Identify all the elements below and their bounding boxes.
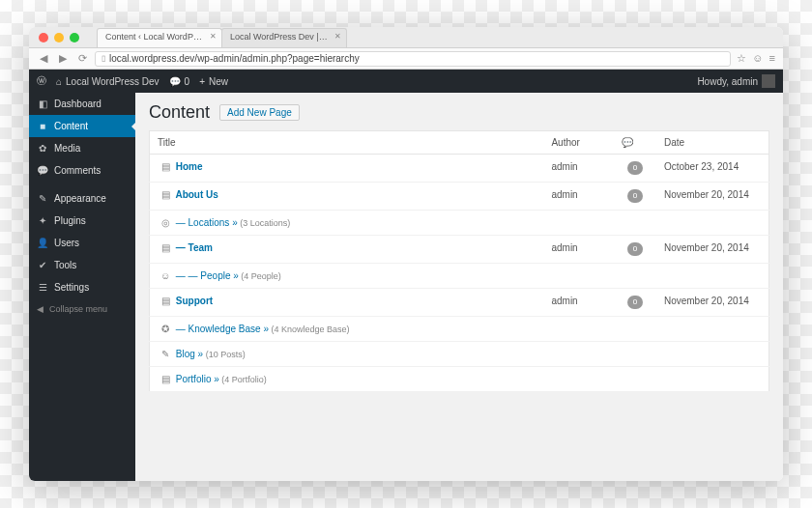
row-title-link[interactable]: Support — [173, 296, 213, 306]
row-type-icon: ▤ — [158, 189, 173, 200]
cell-comments — [614, 264, 656, 289]
cell-title: ▤ — Team — [150, 236, 544, 264]
collapse-menu-button[interactable]: ◀ Collapse menu — [29, 298, 135, 320]
reload-button[interactable]: ⟳ — [75, 52, 89, 65]
table-row[interactable]: ✪ — Knowledge Base » (4 Knowledge Base) — [150, 317, 769, 342]
column-author[interactable]: Author — [543, 131, 614, 155]
wp-admin-bar: ⓦ ⌂ Local WordPress Dev 💬 0 + New Howdy,… — [29, 70, 783, 93]
comments-bubble[interactable]: 0 — [627, 189, 643, 203]
table-row[interactable]: ▤ Homeadmin0October 23, 2014 — [150, 155, 769, 183]
row-title-link[interactable]: — Team — [173, 242, 213, 253]
comments-bubble[interactable]: 0 — [627, 242, 643, 256]
close-window-button[interactable] — [39, 33, 48, 42]
media-icon: ✿ — [37, 143, 48, 154]
table-row[interactable]: ▤ Portfolio » (4 Portfolio) — [150, 367, 769, 392]
page-title: Content — [149, 102, 210, 123]
table-row[interactable]: ☺ — — People » (4 People) — [150, 264, 769, 289]
avatar — [762, 74, 775, 88]
sidebar-item-tools[interactable]: ✔ Tools — [29, 254, 135, 276]
tab-close-icon[interactable]: ✕ — [334, 32, 341, 41]
tab-close-icon[interactable]: ✕ — [210, 32, 217, 41]
sidebar-item-label: Tools — [54, 260, 76, 270]
cell-date — [656, 317, 769, 342]
row-title-link[interactable]: Blog » — [173, 349, 203, 359]
comments-bubble[interactable]: 0 — [627, 161, 643, 175]
column-title[interactable]: Title — [150, 131, 544, 155]
row-title-link[interactable]: — — People » — [173, 270, 239, 281]
cell-title: ▤ Home — [150, 155, 544, 183]
cell-author — [543, 211, 614, 236]
table-row[interactable]: ◎ — Locations » (3 Locations) — [150, 211, 769, 236]
zoom-window-button[interactable] — [70, 33, 79, 42]
row-type-icon: ▤ — [158, 242, 173, 253]
account-menu[interactable]: Howdy, admin — [697, 74, 775, 88]
browser-tab-active[interactable]: Content ‹ Local WordPress… ✕ — [97, 28, 222, 47]
sidebar-item-label: Appearance — [54, 193, 106, 204]
cell-title: ✎ Blog » (10 Posts) — [150, 342, 544, 367]
browser-window: Content ‹ Local WordPress… ✕ Local WordP… — [29, 27, 783, 481]
cell-title: ☺ — — People » (4 People) — [150, 264, 544, 289]
cell-comments — [614, 211, 656, 236]
users-icon: 👤 — [37, 238, 48, 248]
minimize-window-button[interactable] — [54, 33, 64, 42]
bookmark-icon[interactable]: ☆ — [737, 52, 746, 65]
main-content: Content Add New Page Title Author 💬 Date — [135, 93, 783, 481]
wp-logo-menu[interactable]: ⓦ — [37, 74, 46, 88]
add-new-page-button[interactable]: Add New Page — [219, 104, 300, 121]
cell-comments: 0 — [614, 289, 656, 317]
back-button[interactable]: ◀ — [37, 52, 50, 65]
row-count-suffix: (4 Portfolio) — [219, 375, 267, 384]
sidebar-item-content[interactable]: ■ Content — [29, 115, 135, 137]
sidebar-item-plugins[interactable]: ✦ Plugins — [29, 210, 135, 232]
column-comments[interactable]: 💬 — [614, 131, 656, 155]
forward-button[interactable]: ▶ — [56, 52, 70, 65]
wp-body: ◧ Dashboard ■ Content ✿ Media 💬 Comments — [29, 93, 783, 481]
row-title-link[interactable]: Portfolio » — [173, 374, 219, 384]
table-header-row: Title Author 💬 Date — [150, 131, 769, 155]
browser-action-icons: ☆ ☺ ≡ — [737, 52, 775, 65]
browser-toolbar: ◀ ▶ ⟳ ▯ local.wordpress.dev/wp-admin/adm… — [29, 47, 783, 69]
cell-author — [543, 342, 614, 367]
comments-bubble[interactable]: 0 — [627, 296, 643, 309]
row-title-link[interactable]: Home — [173, 161, 203, 172]
table-row[interactable]: ▤ About Usadmin0November 20, 2014 — [150, 183, 769, 211]
sidebar-item-comments[interactable]: 💬 Comments — [29, 159, 135, 182]
browser-tab[interactable]: Local WordPress Dev | Ju… ✕ — [221, 28, 347, 47]
cell-author — [543, 317, 614, 342]
new-content-menu[interactable]: + New — [199, 76, 228, 87]
address-bar[interactable]: ▯ local.wordpress.dev/wp-admin/admin.php… — [95, 51, 731, 67]
row-title-link[interactable]: — Knowledge Base » — [173, 324, 269, 334]
row-title-link[interactable]: — Locations » — [173, 217, 238, 228]
column-date[interactable]: Date — [656, 131, 769, 155]
table-row[interactable]: ▤ Supportadmin0November 20, 2014 — [150, 289, 769, 317]
plus-icon: + — [199, 76, 205, 87]
cell-comments: 0 — [614, 236, 656, 264]
sidebar-item-dashboard[interactable]: ◧ Dashboard — [29, 93, 135, 115]
table-row[interactable]: ✎ Blog » (10 Posts) — [150, 342, 769, 367]
browser-chrome: Content ‹ Local WordPress… ✕ Local WordP… — [29, 27, 783, 70]
row-count-suffix: (3 Locations) — [238, 218, 291, 228]
cell-date: November 20, 2014 — [656, 183, 769, 211]
table-row[interactable]: ▤ — Teamadmin0November 20, 2014 — [150, 236, 769, 264]
cell-date — [656, 211, 769, 236]
cell-title: ▤ Portfolio » (4 Portfolio) — [150, 367, 544, 392]
sidebar-item-label: Users — [54, 238, 79, 248]
sidebar-item-label: Media — [54, 143, 80, 154]
sidebar-item-users[interactable]: 👤 Users — [29, 232, 135, 254]
row-title-link[interactable]: About Us — [173, 189, 218, 200]
sidebar-item-appearance[interactable]: ✎ Appearance — [29, 187, 135, 210]
cell-comments: 0 — [614, 183, 656, 211]
tools-icon: ✔ — [37, 260, 48, 270]
admin-sidebar: ◧ Dashboard ■ Content ✿ Media 💬 Comments — [29, 93, 135, 481]
user-icon[interactable]: ☺ — [752, 52, 763, 65]
cell-comments — [614, 317, 656, 342]
menu-icon[interactable]: ≡ — [769, 52, 775, 65]
cell-author: admin — [543, 155, 614, 183]
site-name-menu[interactable]: ⌂ Local WordPress Dev — [56, 76, 160, 87]
sidebar-item-media[interactable]: ✿ Media — [29, 137, 135, 159]
plugin-icon: ✦ — [37, 215, 48, 226]
sidebar-item-settings[interactable]: ☰ Settings — [29, 276, 135, 298]
comments-menu[interactable]: 💬 0 — [169, 76, 190, 87]
row-type-icon: ☺ — [158, 270, 173, 281]
page-info-icon: ▯ — [102, 54, 105, 63]
